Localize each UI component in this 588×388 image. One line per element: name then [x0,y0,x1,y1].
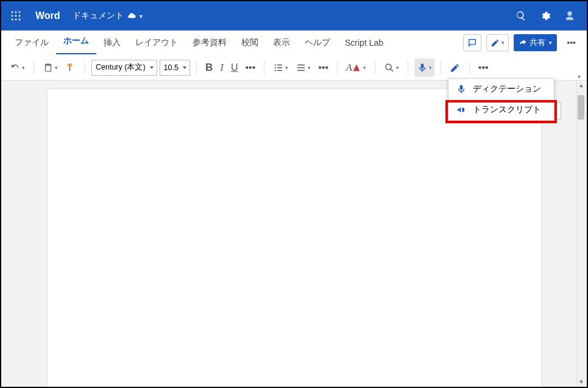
styles-button[interactable]: A▾ [344,59,369,77]
dictate-split-button[interactable]: ▾ [414,59,434,77]
svg-point-13 [275,70,276,71]
font-size-select[interactable]: 10.5 [160,60,190,76]
search-button[interactable] [509,4,533,28]
svg-rect-17 [297,70,305,71]
svg-point-2 [19,12,21,13]
svg-point-8 [19,19,21,21]
bold-button[interactable]: B [203,59,215,77]
font-size-value: 10.5 [164,63,179,72]
separator [441,61,441,74]
separator [337,61,338,74]
tab-file[interactable]: ファイル [7,31,56,54]
tab-references[interactable]: 参考資料 [185,31,234,54]
transcribe-icon [456,104,467,115]
svg-point-11 [275,66,276,68]
svg-rect-16 [297,67,305,68]
font-more-button[interactable]: ••• [243,59,258,77]
titlebar: Word ドキュメント ▾ [1,1,587,31]
svg-point-4 [15,15,17,17]
font-name-select[interactable]: Century (本文) [91,60,157,76]
chevron-down-icon: ▾ [140,13,143,20]
comments-button[interactable] [463,34,481,51]
tab-insert[interactable]: 挿入 [96,31,128,54]
vertical-scrollbar[interactable]: ▲ ▼ [576,81,586,387]
mic-icon [456,84,467,95]
format-painter-button[interactable] [63,59,79,77]
dictate-dropdown: ディクテーション トランスクリプト [448,78,554,121]
tab-view[interactable]: 表示 [266,31,297,54]
svg-point-1 [15,12,17,13]
scroll-thumb[interactable] [578,95,584,120]
scroll-up-icon[interactable]: ▲ [577,81,586,90]
transcribe-label: トランスクリプト [473,104,541,115]
document-page[interactable] [48,89,541,387]
chevron-down-icon: ▾ [549,40,552,46]
app-name: Word [35,10,60,21]
share-button[interactable]: 共有 ▾ [514,34,557,51]
separator [469,61,470,74]
svg-point-3 [12,15,13,17]
dictate-menu-item[interactable]: ディクテーション [448,79,554,99]
tab-review[interactable]: 校閲 [234,31,266,54]
svg-point-5 [19,15,21,17]
svg-point-9 [275,64,276,65]
find-button[interactable]: ▾ [381,59,402,77]
collapse-ribbon-button[interactable]: ▾ [578,73,581,80]
italic-button[interactable]: I [218,59,226,77]
ribbon-toolbar: ▾ ▾ Century (本文) 10.5 B I U ••• ▾ ▾ ••• … [1,55,587,81]
svg-point-6 [12,19,13,21]
app-launcher-button[interactable] [6,6,26,26]
separator [264,61,264,74]
editor-button[interactable] [447,59,463,77]
share-label: 共有 [530,37,545,48]
undo-button[interactable]: ▾ [7,59,27,77]
document-title[interactable]: ドキュメント ▾ [73,10,143,21]
paste-button[interactable]: ▾ [40,59,60,77]
tab-layout[interactable]: レイアウト [128,31,185,54]
tab-help[interactable]: ヘルプ [297,31,338,54]
svg-point-7 [15,19,17,21]
settings-button[interactable] [533,4,558,28]
scroll-down-icon[interactable]: ▼ [577,377,586,387]
ribbon-tabs: ファイル ホーム 挿入 レイアウト 参考資料 校閲 表示 ヘルプ Script … [1,31,587,55]
tab-home[interactable]: ホーム [56,31,96,54]
svg-point-0 [12,12,13,13]
svg-rect-15 [297,64,305,65]
editing-mode-button[interactable]: ▾ [486,34,509,51]
ribbon-overflow-button[interactable]: ••• [562,38,581,48]
saved-cloud-icon [127,12,136,20]
account-button[interactable] [558,4,582,28]
separator [375,61,375,74]
tab-scriptlab[interactable]: Script Lab [338,31,391,54]
align-button[interactable]: ▾ [293,59,313,77]
svg-rect-10 [277,64,282,65]
document-title-text: ドキュメント [73,10,124,21]
separator [34,61,34,74]
toolbar-more-button[interactable]: ••• [476,59,491,77]
svg-point-18 [386,64,391,70]
chevron-down-icon: ▾ [501,40,505,46]
separator [85,61,85,74]
separator [196,61,197,74]
svg-rect-12 [277,67,282,68]
underline-button[interactable]: U [228,59,241,77]
paragraph-more-button[interactable]: ••• [316,59,331,77]
separator [408,61,408,74]
transcribe-menu-item[interactable]: トランスクリプト [448,99,554,120]
svg-rect-14 [277,70,282,71]
dictate-label: ディクテーション [473,84,541,95]
font-name-value: Century (本文) [96,62,146,73]
document-canvas: ▲ ▼ [1,81,587,387]
bullets-button[interactable]: ▾ [271,59,291,77]
